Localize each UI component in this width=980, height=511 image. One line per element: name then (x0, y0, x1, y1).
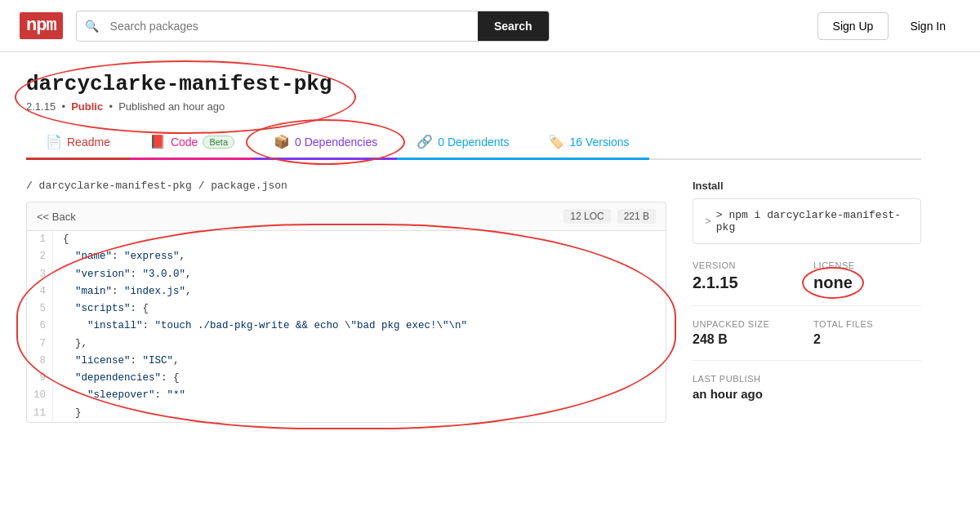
search-wrapper: 🔍 Search (76, 11, 550, 42)
code-line-4: 4 "main": "index.js", (27, 283, 666, 300)
version-value: 2.1.15 (693, 273, 800, 292)
meta-grid-2: Unpacked Size 248 B Total Files 2 (693, 319, 921, 347)
loc-stat: 12 LOC (564, 209, 610, 224)
search-button[interactable]: Search (478, 11, 549, 41)
total-files-label: Total Files (813, 319, 921, 329)
header-actions: Sign Up Sign In (817, 12, 960, 40)
license-value-text: none (813, 273, 853, 291)
code-line-3: 3 "version": "3.0.0", (27, 266, 666, 283)
tab-dependencies-label: 0 Dependencies (295, 136, 377, 149)
breadcrumb: / darcyclarke-manifest-pkg / package.jso… (26, 180, 666, 192)
license-label: License (813, 260, 921, 270)
package-title-section: darcyclarke-manifest-pkg 2.1.15 • Public… (26, 72, 332, 126)
last-publish-label: Last publish (693, 374, 921, 384)
right-sidebar: Install > > npm i darcyclarke-manifest-p… (693, 180, 921, 423)
tab-dependencies[interactable]: 📦 0 Dependencies (254, 126, 397, 160)
install-box: > > npm i darcyclarke-manifest-pkg (693, 198, 921, 244)
npm-logo: npm (20, 12, 63, 39)
tab-dependencies-wrapper: 📦 0 Dependencies (254, 126, 397, 158)
code-line-10: 10 "sleepover": "*" (27, 387, 666, 404)
package-visibility: Public (71, 100, 103, 113)
tab-versions-label: 16 Versions (569, 136, 629, 149)
search-input[interactable] (107, 11, 478, 41)
search-icon: 🔍 (77, 20, 107, 33)
deps-icon: 📦 (274, 134, 290, 149)
meta-last-publish: Last publish an hour ago (693, 374, 921, 401)
dependents-icon: 🔗 (416, 134, 433, 149)
divider-1 (693, 305, 921, 306)
tab-code[interactable]: 📕 Code Beta (130, 126, 254, 160)
code-line-2: 2 "name": "express", (27, 248, 666, 265)
install-command[interactable]: > npm i darcyclarke-manifest-pkg (716, 209, 909, 233)
meta-total-files: Total Files 2 (813, 319, 921, 347)
readme-icon: 📄 (46, 134, 62, 149)
tab-dependents[interactable]: 🔗 0 Dependents (397, 126, 528, 160)
versions-icon: 🏷️ (548, 134, 564, 149)
content-area: / darcyclarke-manifest-pkg / package.jso… (26, 180, 921, 423)
tab-readme-label: Readme (67, 136, 110, 149)
size-stat: 221 B (617, 209, 656, 224)
version-label: Version (693, 260, 800, 270)
tab-readme[interactable]: 📄 Readme (26, 126, 130, 160)
package-name: darcyclarke-manifest-pkg (26, 72, 332, 97)
code-line-1: 1 { (27, 231, 666, 248)
code-line-8: 8 "license": "ISC", (27, 353, 666, 370)
divider-2 (693, 360, 921, 361)
tab-versions[interactable]: 🏷️ 16 Versions (528, 126, 648, 160)
back-link[interactable]: << Back (37, 211, 76, 223)
tabs: 📄 Readme 📕 Code Beta 📦 0 Dependencies 🔗 … (26, 126, 921, 160)
tab-code-label: Code (171, 136, 198, 149)
package-version: 2.1.15 (26, 100, 56, 113)
package-meta: 2.1.15 • Public • Published an hour ago (26, 100, 332, 113)
code-oval-wrapper: 1 { 2 "name": "express", 3 "version": "3… (26, 230, 666, 423)
code-icon: 📕 (149, 134, 166, 149)
license-value: none (813, 273, 853, 292)
unpacked-size-value: 248 B (693, 332, 800, 347)
install-prompt: > (705, 216, 711, 228)
install-label: Install (693, 180, 921, 192)
last-publish-value: an hour ago (693, 387, 921, 401)
code-line-7: 7 }, (27, 335, 666, 353)
meta-license: License none (813, 260, 921, 292)
meta-unpacked-size: Unpacked Size 248 B (693, 319, 800, 347)
file-stats: 12 LOC 221 B (564, 209, 656, 224)
code-line-5: 5 "scripts": { (27, 300, 666, 318)
main-content: darcyclarke-manifest-pkg 2.1.15 • Public… (0, 52, 947, 442)
code-badge: Beta (203, 136, 234, 149)
left-column: / darcyclarke-manifest-pkg / package.jso… (26, 180, 666, 423)
unpacked-size-label: Unpacked Size (693, 319, 800, 329)
code-line-9: 9 "dependencies": { (27, 370, 666, 387)
code-line-6: 6 "install": "touch ./bad-pkg-write && e… (27, 318, 666, 335)
code-line-11: 11 } (27, 405, 666, 422)
meta-grid: Version 2.1.15 License none (693, 260, 921, 292)
meta-version: Version 2.1.15 (693, 260, 800, 292)
code-file-header: << Back 12 LOC 221 B (26, 202, 666, 230)
tab-dependents-label: 0 Dependents (438, 136, 509, 149)
total-files-value: 2 (813, 332, 921, 347)
signup-button[interactable]: Sign Up (817, 12, 889, 40)
header: npm 🔍 Search Sign Up Sign In (0, 0, 980, 52)
code-block: 1 { 2 "name": "express", 3 "version": "3… (26, 230, 666, 423)
signin-button[interactable]: Sign In (895, 12, 960, 40)
package-published: Published an hour ago (118, 100, 225, 113)
